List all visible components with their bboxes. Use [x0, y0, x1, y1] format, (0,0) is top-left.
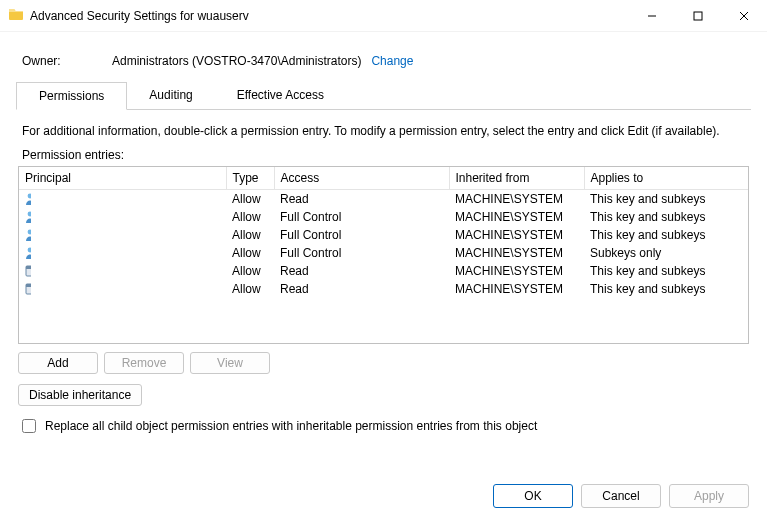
tab-effective-access-label: Effective Access [237, 88, 324, 102]
owner-label: Owner: [22, 54, 112, 68]
permission-grid: Principal Type Access Inherited from App… [18, 166, 749, 344]
col-type[interactable]: Type [226, 167, 274, 190]
group-icon [25, 228, 31, 242]
cell-type: Allow [226, 280, 274, 298]
col-applies-to[interactable]: Applies to [584, 167, 748, 190]
group-icon [25, 210, 31, 224]
cell-access: Read [274, 190, 449, 209]
owner-change-link[interactable]: Change [371, 54, 413, 68]
folder-icon [8, 6, 24, 25]
table-row[interactable]: CREATOR OWNERAllowFull ControlMACHINE\SY… [19, 244, 748, 262]
group-icon [25, 192, 31, 206]
cell-type: Allow [226, 262, 274, 280]
svg-point-8 [28, 230, 31, 235]
tab-auditing[interactable]: Auditing [127, 82, 214, 109]
info-text: For additional information, double-click… [22, 124, 745, 138]
cell-inherited-from: MACHINE\SYSTEM [449, 262, 584, 280]
table-row[interactable]: ALL APPLICATION PACKAGESAllowReadMACHINE… [19, 262, 748, 280]
cell-access: Read [274, 262, 449, 280]
table-row[interactable]: SYSTEMAllowFull ControlMACHINE\SYSTEMThi… [19, 226, 748, 244]
cell-applies-to: This key and subkeys [584, 262, 748, 280]
tab-auditing-label: Auditing [149, 88, 192, 102]
view-button[interactable]: View [190, 352, 270, 374]
window-title: Advanced Security Settings for wuauserv [30, 9, 249, 23]
cell-applies-to: Subkeys only [584, 244, 748, 262]
maximize-button[interactable] [675, 1, 721, 31]
table-row[interactable]: Account Unknown(S-1-15-3-10...AllowReadM… [19, 280, 748, 298]
cell-inherited-from: MACHINE\SYSTEM [449, 208, 584, 226]
disable-inheritance-button[interactable]: Disable inheritance [18, 384, 142, 406]
owner-row: Owner: Administrators (VOSTRO-3470\Admin… [22, 54, 751, 68]
tab-permissions-label: Permissions [39, 89, 104, 103]
apply-button[interactable]: Apply [669, 484, 749, 508]
cell-inherited-from: MACHINE\SYSTEM [449, 280, 584, 298]
close-button[interactable] [721, 1, 767, 31]
add-button[interactable]: Add [18, 352, 98, 374]
minimize-button[interactable] [629, 1, 675, 31]
cell-principal: SYSTEM [19, 226, 31, 244]
tab-effective-access[interactable]: Effective Access [215, 82, 346, 109]
group-icon [25, 246, 31, 260]
svg-point-6 [28, 212, 31, 217]
permission-table: Principal Type Access Inherited from App… [19, 167, 748, 298]
cell-inherited-from: MACHINE\SYSTEM [449, 190, 584, 209]
svg-rect-13 [26, 266, 31, 269]
table-header-row: Principal Type Access Inherited from App… [19, 167, 748, 190]
ok-button[interactable]: OK [493, 484, 573, 508]
remove-button[interactable]: Remove [104, 352, 184, 374]
cell-type: Allow [226, 190, 274, 209]
cell-access: Full Control [274, 226, 449, 244]
disable-inheritance-row: Disable inheritance [18, 384, 751, 406]
col-principal[interactable]: Principal [19, 167, 226, 190]
tab-permissions[interactable]: Permissions [16, 82, 127, 110]
cell-applies-to: This key and subkeys [584, 190, 748, 209]
svg-point-4 [28, 194, 31, 199]
cell-inherited-from: MACHINE\SYSTEM [449, 226, 584, 244]
cell-type: Allow [226, 244, 274, 262]
dialog-footer: OK Cancel Apply [0, 476, 767, 520]
replace-checkbox[interactable] [22, 419, 36, 433]
col-inherited-from[interactable]: Inherited from [449, 167, 584, 190]
content-area: Owner: Administrators (VOSTRO-3470\Admin… [0, 32, 767, 444]
row-buttons: Add Remove View [18, 352, 751, 374]
table-row[interactable]: Administrators (VOSTRO-3470\...AllowFull… [19, 208, 748, 226]
cell-access: Read [274, 280, 449, 298]
replace-checkbox-label: Replace all child object permission entr… [45, 419, 537, 433]
tab-strip: Permissions Auditing Effective Access [16, 82, 751, 110]
cell-applies-to: This key and subkeys [584, 208, 748, 226]
cell-principal: Account Unknown(S-1-15-3-10... [19, 280, 31, 298]
cell-access: Full Control [274, 208, 449, 226]
cell-principal: Users (VOSTRO-3470\Users) [19, 190, 31, 208]
cell-principal: Administrators (VOSTRO-3470\... [19, 208, 31, 226]
cancel-button[interactable]: Cancel [581, 484, 661, 508]
owner-value: Administrators (VOSTRO-3470\Administrato… [112, 54, 361, 68]
package-icon [25, 282, 31, 296]
titlebar: Advanced Security Settings for wuauserv [0, 0, 767, 32]
cell-applies-to: This key and subkeys [584, 226, 748, 244]
cell-applies-to: This key and subkeys [584, 280, 748, 298]
cell-type: Allow [226, 208, 274, 226]
cell-access: Full Control [274, 244, 449, 262]
svg-rect-15 [26, 284, 31, 287]
package-icon [25, 264, 31, 278]
cell-type: Allow [226, 226, 274, 244]
replace-checkbox-row: Replace all child object permission entr… [18, 416, 749, 436]
window-buttons [629, 1, 767, 31]
cell-inherited-from: MACHINE\SYSTEM [449, 244, 584, 262]
cell-principal: ALL APPLICATION PACKAGES [19, 262, 31, 280]
cell-principal: CREATOR OWNER [19, 244, 31, 262]
col-access[interactable]: Access [274, 167, 449, 190]
table-row[interactable]: Users (VOSTRO-3470\Users)AllowReadMACHIN… [19, 190, 748, 209]
svg-rect-1 [694, 12, 702, 20]
svg-point-10 [28, 248, 31, 253]
entries-label: Permission entries: [22, 148, 745, 162]
